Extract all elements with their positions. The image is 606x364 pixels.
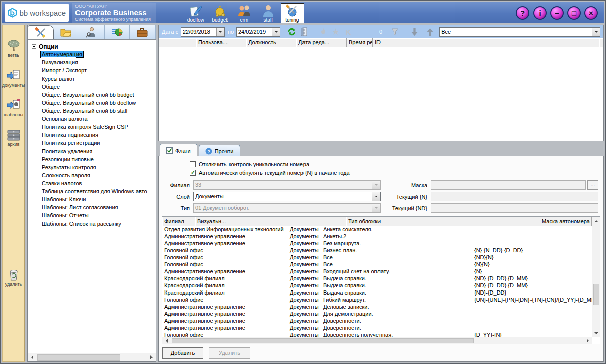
table-row[interactable]: Головной офис Документы Доверенность пол… [162, 332, 592, 337]
tree-item[interactable]: Шаблоны: Ключи [41, 196, 155, 204]
table-row[interactable]: Головной офис Документы Гибкий маршрут. … [162, 297, 592, 304]
tree-item[interactable]: Общее. Визуальный слой bb budget [41, 91, 155, 99]
column-header[interactable] [159, 38, 196, 47]
column-header[interactable]: Дата реда... [296, 38, 347, 47]
tree-item[interactable]: Общее. Визуальный слой bb staff [41, 107, 155, 115]
tab-tools[interactable] [28, 25, 54, 39]
tab-reports[interactable] [105, 25, 130, 39]
table-row[interactable]: Головной офис Документы Все {ND}{N} [162, 254, 592, 261]
checkbox[interactable] [190, 161, 196, 167]
table-row[interactable]: Головной офис Документы Бизнес-план. {N}… [162, 247, 592, 254]
table-row[interactable]: Головной офис Документы Все {N}{N} [162, 261, 592, 268]
tree-item[interactable]: Курсы валют [41, 75, 155, 83]
tree-item[interactable]: Визуализация [41, 59, 155, 67]
user-filter-combobox[interactable]: Все [439, 27, 600, 37]
tab-other[interactable]: ? Прочти [199, 145, 240, 156]
tab-briefcase[interactable] [130, 25, 156, 39]
scroll-left-arrow[interactable] [28, 353, 36, 361]
tree-root[interactable]: Опции [32, 42, 155, 51]
tree-item[interactable]: Автонумерация [41, 51, 155, 59]
dropdown-arrow-icon[interactable] [592, 28, 600, 36]
tree-item[interactable]: Шаблоны: Лист согласования [41, 204, 155, 212]
module-tuning[interactable]: tuning [281, 3, 304, 23]
tip-combobox[interactable]: 01 Документооборот. [193, 203, 381, 213]
column-header[interactable]: Тип обложки [346, 217, 540, 226]
module-budget[interactable]: budget [208, 3, 232, 23]
action-button[interactable]: Добавить [162, 347, 203, 359]
star-button[interactable]: ★ [331, 27, 341, 37]
table-row[interactable]: Отдел развития Информационных технологий… [162, 226, 592, 233]
tree-item[interactable]: Шаблоны: Отчеты [41, 212, 155, 220]
tree-item[interactable]: Политика удаления [41, 148, 155, 156]
filter-button[interactable] [390, 27, 400, 37]
module-crm[interactable]: crm [233, 3, 256, 23]
history-grid-body[interactable] [159, 47, 603, 141]
tab-inspector[interactable] [79, 25, 105, 39]
flame-button[interactable] [318, 27, 328, 37]
date-from-picker[interactable]: 22/09/2018 [181, 27, 225, 37]
tree-item[interactable]: Основная валюта [41, 115, 155, 123]
sidebar-item-branch[interactable]: ветвь [7, 39, 21, 58]
minimize-button[interactable]: – [550, 6, 564, 20]
sidebar-item-documents[interactable]: документы [2, 69, 25, 88]
table-row[interactable]: Административное управление Документы До… [162, 318, 592, 325]
scroll-down-arrow[interactable] [592, 329, 600, 337]
scroll-thumb[interactable] [172, 338, 474, 343]
current-n-field[interactable] [431, 192, 598, 201]
column-header[interactable]: Визуальн... [195, 217, 346, 226]
column-header[interactable]: ID [373, 38, 599, 47]
tree-item[interactable]: Политика контроля SafeSign CSP [41, 123, 155, 131]
scroll-up-arrow[interactable] [592, 217, 600, 225]
tree-item[interactable]: Ставки налогов [41, 180, 155, 188]
column-header[interactable]: Маска автономера [540, 217, 592, 226]
ruler-button[interactable] [299, 27, 310, 37]
tab-flags[interactable]: Флаги [160, 144, 197, 156]
tree-item[interactable]: Политика регистрации [41, 139, 155, 148]
help-button[interactable]: ? [516, 6, 529, 20]
tree-item[interactable]: Политика подписания [41, 131, 155, 139]
table-row[interactable]: Административное управление Документы Ан… [162, 233, 592, 240]
maximize-button[interactable]: □ [567, 6, 581, 20]
scroll-right-arrow[interactable] [583, 337, 592, 344]
dropdown-arrow-icon[interactable] [372, 192, 380, 201]
sidebar-item-archive[interactable]: архив [7, 128, 21, 147]
table-vertical-scrollbar[interactable] [592, 217, 600, 337]
info-button[interactable]: i [533, 6, 547, 20]
tree-item[interactable]: Импорт / Экспорт [41, 67, 155, 75]
tree-item[interactable]: Таблица соответствия для Windows-авто [41, 188, 155, 196]
maska-field[interactable] [431, 180, 586, 190]
tree-item[interactable]: Сложность пароля [41, 172, 155, 180]
module-docflow[interactable]: docflow [184, 3, 207, 23]
table-row[interactable]: Краснодарский филиал Документы Выдача сп… [162, 289, 592, 297]
column-header[interactable]: Филиал [162, 217, 195, 226]
module-staff[interactable]: staff [257, 3, 280, 23]
sidebar-item-delete[interactable]: удалить [5, 268, 22, 287]
scroll-thumb[interactable] [593, 284, 599, 305]
scroll-left-arrow[interactable] [162, 337, 171, 344]
refresh-button[interactable] [287, 27, 297, 37]
column-header[interactable]: Время ред... [347, 38, 373, 47]
k-button[interactable]: K [343, 27, 353, 37]
table-row[interactable]: Краснодарский филиал Документы Выдача сп… [162, 282, 592, 289]
table-row[interactable]: Административное управление Документы Вх… [162, 268, 592, 275]
dropdown-arrow-icon[interactable] [272, 28, 280, 36]
table-row[interactable]: Административное управление Документы Бе… [162, 240, 592, 247]
tree-item[interactable]: Общее [41, 83, 155, 91]
tab-shared-folder[interactable] [54, 25, 80, 39]
tree-item[interactable]: Общее. Визуальный слой bb docflow [41, 99, 155, 107]
options-horizontal-scrollbar[interactable] [28, 353, 156, 361]
close-button[interactable]: × [584, 6, 598, 20]
tree-item[interactable]: Резолюции типовые [41, 156, 155, 164]
sloy-combobox[interactable]: Документы [193, 192, 381, 201]
scroll-thumb[interactable] [37, 354, 120, 361]
move-down-button[interactable] [409, 27, 419, 37]
move-up-button[interactable] [425, 27, 435, 37]
table-row[interactable]: Административное управление Документы Де… [162, 304, 592, 311]
maska-browse-button[interactable]: ... [587, 180, 598, 190]
action-button[interactable]: Удалить [209, 347, 250, 359]
dropdown-arrow-icon[interactable] [216, 28, 224, 36]
column-header[interactable]: Пользова... [196, 38, 246, 47]
current-nd-field[interactable] [431, 203, 598, 213]
column-header[interactable]: Должность [246, 38, 296, 47]
column-header[interactable] [599, 38, 603, 47]
